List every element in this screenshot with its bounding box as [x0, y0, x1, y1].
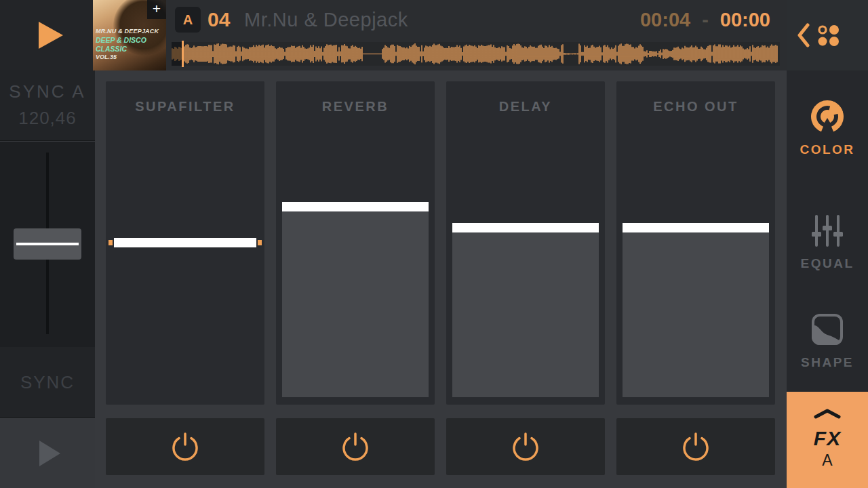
fx-slider-cap-right — [258, 240, 262, 245]
fx-slider-bar[interactable] — [114, 238, 256, 247]
sync-button[interactable]: SYNC — [0, 347, 95, 418]
top-bar: MR.NU & DEEPJACK DEEP & DISCO CLASSIC VO… — [0, 0, 787, 70]
sidebar-item-shape[interactable]: SHAPE — [787, 310, 868, 370]
color-knob-icon — [808, 98, 846, 136]
sync-a-label: SYNC A — [0, 81, 95, 102]
power-icon — [679, 430, 712, 463]
power-icon — [169, 430, 201, 463]
equalizer-icon — [808, 211, 846, 249]
fx-power-supafilter[interactable] — [106, 418, 264, 475]
fx-slider-supafilter[interactable] — [114, 81, 256, 405]
pitch-fader-handle[interactable] — [14, 228, 81, 260]
power-icon — [509, 430, 542, 463]
album-volume: VOL.35 — [96, 54, 166, 61]
secondary-play-button[interactable] — [0, 419, 95, 488]
right-sidebar-header — [787, 0, 868, 70]
deck-badge: A — [175, 7, 201, 33]
sync-button-label: SYNC — [0, 347, 95, 418]
fx-panel-supafilter: SUPAFILTER — [106, 81, 264, 405]
color-label: COLOR — [787, 142, 868, 157]
equal-label: EQUAL — [787, 256, 868, 271]
track-number: 04 — [208, 8, 230, 31]
fx-slider-fill — [623, 232, 769, 397]
fx-power-echo-out[interactable] — [616, 418, 775, 475]
playhead — [182, 41, 184, 67]
time-elapsed: 00:04 — [640, 9, 690, 31]
sidebar-item-color[interactable]: COLOR — [787, 98, 868, 157]
album-artist: MR.NU & DEEPJACK — [96, 28, 166, 35]
fx-slider-fill — [282, 211, 429, 397]
chevron-up-icon — [812, 407, 842, 420]
plus-icon: + — [153, 1, 161, 16]
pitch-fader — [0, 142, 95, 347]
play-icon — [39, 22, 63, 49]
fx-tab-deck: A — [787, 451, 868, 470]
fx-slider-delay[interactable] — [452, 81, 599, 405]
fx-panel-reverb: REVERB — [276, 81, 435, 405]
fx-slider-bar[interactable] — [623, 223, 769, 232]
fx-slider-fill — [452, 232, 599, 397]
apps-grid-icon[interactable] — [815, 23, 845, 53]
power-icon — [339, 430, 372, 463]
deck-badge-label: A — [183, 12, 193, 27]
fx-panel-echo-out: ECHO OUT — [616, 81, 775, 405]
album-art-text: MR.NU & DEEPJACK DEEP & DISCO CLASSIC VO… — [96, 28, 166, 61]
fx-slider-bar[interactable] — [282, 202, 429, 211]
play-icon-gray — [39, 441, 60, 466]
add-track-button[interactable]: + — [147, 0, 166, 19]
dj-app: MR.NU & DEEPJACK DEEP & DISCO CLASSIC VO… — [0, 0, 868, 488]
time-separator: - — [702, 9, 709, 31]
right-sidebar: COLOR EQUAL SHAPE — [787, 0, 868, 488]
fx-power-reverb[interactable] — [276, 418, 435, 475]
waveform-graphic — [172, 42, 780, 66]
time-display: 00:04 - 00:00 — [640, 9, 770, 31]
sync-a-display[interactable]: SYNC A 120,46 — [0, 70, 95, 141]
fx-tab-label: FX — [787, 427, 868, 450]
fx-slider-cap-left — [108, 240, 113, 245]
bpm-value: 120,46 — [0, 108, 95, 129]
fx-slider-bar[interactable] — [452, 223, 599, 232]
back-chevron-icon[interactable] — [796, 23, 811, 47]
shape-icon — [808, 310, 846, 348]
fx-power-delay[interactable] — [446, 418, 605, 475]
time-total: 00:00 — [720, 9, 770, 31]
shape-label: SHAPE — [787, 355, 868, 370]
fx-tab[interactable]: FX A — [787, 392, 868, 488]
track-title: Mr.Nu & Deepjack — [244, 9, 408, 31]
fx-panel-delay: DELAY — [446, 81, 605, 405]
fx-slider-echo-out[interactable] — [623, 81, 769, 405]
album-art[interactable]: MR.NU & DEEPJACK DEEP & DISCO CLASSIC VO… — [93, 0, 166, 70]
album-title: DEEP & DISCO CLASSIC — [96, 36, 166, 54]
play-button[interactable] — [0, 0, 95, 70]
fx-slider-reverb[interactable] — [282, 81, 429, 405]
waveform[interactable] — [172, 42, 780, 66]
sidebar-item-equal[interactable]: EQUAL — [787, 211, 868, 271]
